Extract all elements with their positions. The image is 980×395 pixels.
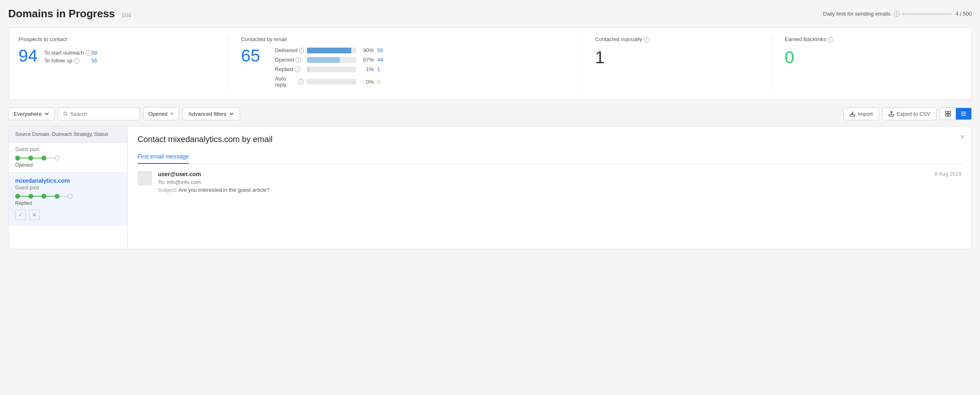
- replied-label: Replied i: [275, 66, 304, 72]
- grid-view-button[interactable]: [940, 108, 956, 119]
- email-avatar: [137, 171, 152, 186]
- email-date: 8 Aug 2019: [934, 171, 962, 177]
- active-connector-4: [60, 196, 68, 197]
- contacted-manually-value: 1: [595, 48, 604, 67]
- main-content: Source Domain, Outreach Strategy, Status…: [8, 126, 972, 249]
- grid-icon: [945, 111, 951, 117]
- opened-filter-tag[interactable]: Opened ×: [143, 107, 179, 120]
- left-panel-header: Source Domain, Outreach Strategy, Status: [9, 126, 127, 142]
- filters-bar: Everywhere Opened × Advanced filters Imp…: [8, 107, 972, 120]
- list-item-partial[interactable]: Guest post Opened: [9, 142, 127, 172]
- delivered-info-icon[interactable]: i: [299, 48, 304, 53]
- active-connector-2: [33, 196, 41, 197]
- backlinks-section: Earned Backlinks i 0: [785, 36, 962, 91]
- opened-label: Opened i: [275, 57, 304, 63]
- replied-info-icon[interactable]: i: [295, 67, 300, 72]
- list-icon: [961, 111, 966, 117]
- replied-val[interactable]: 1: [377, 66, 380, 72]
- filter-close-icon[interactable]: ×: [170, 110, 174, 117]
- active-item-domain: mixedanalytics.com: [15, 177, 121, 184]
- email-to: To: info@info.com: [158, 179, 962, 185]
- prospects-section: Prospects to contact 94 To start outreac…: [18, 36, 229, 91]
- export-button[interactable]: Export to CSV: [882, 108, 936, 120]
- contacted-row-delivered: Delivered i 90% 59: [275, 47, 383, 53]
- subject-text: Are you interested in the guest article?: [179, 187, 270, 193]
- svg-rect-9: [948, 114, 950, 116]
- backlinks-info-icon[interactable]: i: [827, 37, 833, 43]
- prospects-followup-label: To follow up i: [44, 57, 80, 64]
- prospects-title: Prospects to contact: [18, 36, 216, 42]
- advanced-filters-chevron-icon: [229, 111, 234, 116]
- svg-point-0: [64, 112, 66, 115]
- prospects-followup-value[interactable]: 56: [92, 57, 97, 64]
- import-icon: [849, 111, 855, 117]
- opened-pct: 67%: [359, 57, 374, 63]
- active-connector-1: [20, 196, 28, 197]
- daily-limit-label: Daily limit for sending emails: [823, 11, 891, 17]
- opened-filter-label: Opened: [149, 111, 167, 117]
- partial-status: Opened: [15, 162, 121, 168]
- search-box[interactable]: [58, 108, 140, 120]
- prospects-outreach-value[interactable]: 38: [92, 50, 97, 56]
- delivered-pct: 90%: [359, 47, 374, 53]
- contacted-manually-title: Contacted manually i: [595, 36, 760, 43]
- dismiss-button[interactable]: ✕: [29, 209, 40, 220]
- import-button[interactable]: Import: [843, 108, 879, 120]
- left-panel: Source Domain, Outreach Strategy, Status…: [9, 126, 128, 249]
- partial-dots: [15, 156, 121, 161]
- list-item-mixedanalytics[interactable]: mixedanalytics.com Guest post: [9, 172, 127, 225]
- contacted-row-replied: Replied i 1% 1: [275, 66, 383, 72]
- svg-rect-4: [889, 115, 894, 116]
- search-input[interactable]: [70, 111, 134, 117]
- svg-line-1: [66, 115, 67, 116]
- active-dot-2: [28, 194, 33, 199]
- connector-2: [33, 158, 41, 158]
- autoreply-info-icon[interactable]: i: [298, 79, 304, 85]
- email-subject: Subject: Are you interested in the guest…: [158, 187, 962, 193]
- location-filter[interactable]: Everywhere: [8, 108, 55, 120]
- connector-1: [20, 158, 28, 158]
- active-dot-5: [68, 194, 73, 199]
- prospects-row-followup: To follow up i 56: [44, 57, 97, 64]
- page-header: Domains in Progress 104 Daily limit for …: [8, 7, 972, 20]
- daily-limit-section: Daily limit for sending emails i 4 / 500: [823, 11, 972, 17]
- list-view-button[interactable]: [956, 108, 971, 119]
- opened-info-icon[interactable]: i: [295, 57, 301, 63]
- svg-rect-7: [948, 111, 950, 113]
- delivered-label: Delivered i: [275, 47, 304, 53]
- view-toggle: [940, 108, 972, 120]
- opened-val[interactable]: 44: [377, 57, 383, 63]
- daily-limit-info-icon[interactable]: i: [894, 11, 900, 17]
- dot-4: [55, 156, 60, 161]
- active-item-type: Guest post: [15, 185, 121, 191]
- advanced-filters-label: Advanced filters: [188, 111, 227, 117]
- followup-info-icon[interactable]: i: [74, 58, 80, 64]
- outreach-info-icon[interactable]: i: [86, 50, 92, 56]
- import-label: Import: [858, 111, 873, 117]
- prospects-row-outreach: To start outreach i 38: [44, 50, 97, 56]
- chevron-down-icon: [44, 111, 49, 116]
- daily-limit-bar-fill: [903, 13, 903, 15]
- page-title: Domains in Progress: [8, 7, 115, 20]
- delivered-val[interactable]: 59: [377, 47, 383, 53]
- subject-label: Subject:: [158, 187, 177, 193]
- active-item-actions: ✓ ✕: [15, 209, 121, 220]
- svg-rect-2: [850, 115, 855, 116]
- right-panel-close-button[interactable]: ×: [960, 132, 965, 142]
- contacted-email-total: 65: [241, 47, 260, 64]
- advanced-filters-button[interactable]: Advanced filters: [182, 108, 240, 120]
- tab-first-email[interactable]: First email message: [137, 150, 189, 164]
- check-button[interactable]: ✓: [15, 209, 26, 220]
- dot-1: [15, 156, 20, 161]
- backlinks-value: 0: [785, 48, 794, 67]
- active-dot-4: [55, 194, 60, 199]
- contacted-row-opened: Opened i 67% 44: [275, 57, 383, 63]
- contacted-email-rows: Delivered i 90% 59 Opened i 67%: [275, 47, 383, 91]
- autoreply-val[interactable]: 0: [377, 79, 380, 85]
- prospects-total: 94: [18, 47, 38, 64]
- right-panel: × Contact mixedanalytics.com by email Fi…: [128, 126, 971, 249]
- svg-rect-6: [946, 111, 948, 113]
- manually-info-icon[interactable]: i: [644, 37, 650, 43]
- email-from: user@user.com: [158, 171, 201, 177]
- email-header-row: user@user.com 8 Aug 2019: [158, 171, 962, 177]
